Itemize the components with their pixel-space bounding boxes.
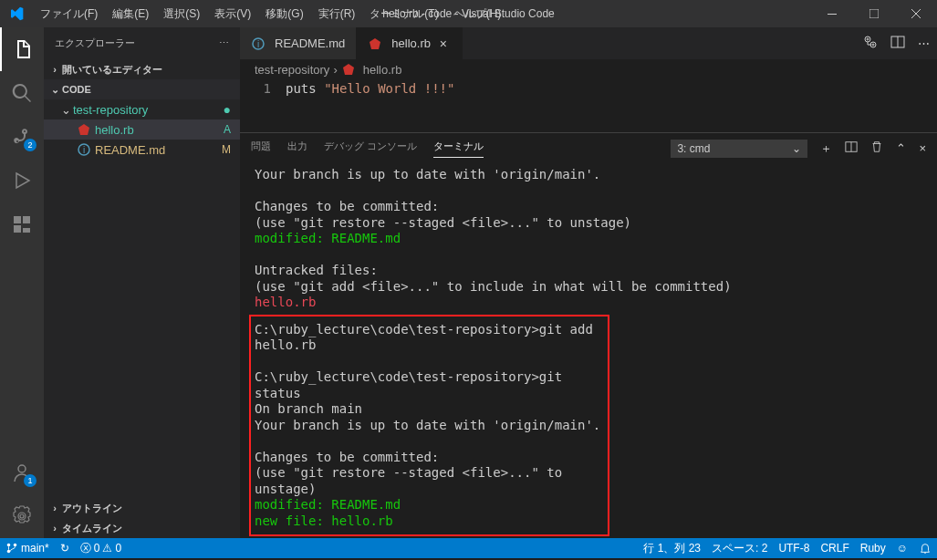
outline-label: アウトライン — [62, 502, 122, 515]
activity-settings[interactable] — [0, 494, 44, 538]
status-feedback-icon[interactable]: ☺ — [891, 538, 913, 558]
term-line: hello.rb — [255, 295, 922, 311]
breadcrumbs[interactable]: test-repository › hello.rb — [240, 59, 937, 79]
window-title: hello.rb - code - Visual Studio Code — [382, 7, 555, 20]
maximize-button[interactable] — [853, 0, 895, 27]
split-editor-icon[interactable] — [890, 35, 905, 52]
activity-debug[interactable] — [0, 159, 44, 202]
term-line: Changes to be committed: — [255, 450, 604, 466]
git-dot-icon: ● — [224, 102, 231, 117]
svg-text:i: i — [257, 39, 259, 49]
menu-run[interactable]: 実行(R) — [311, 0, 363, 27]
tab-readme[interactable]: i README.md — [240, 27, 357, 59]
panel-tabs: 問題 出力 デバッグ コンソール ターミナル 3: cmd⌄ ＋ ⌃ × — [240, 133, 937, 163]
section-open-editors[interactable]: ›開いているエディター — [44, 59, 240, 79]
section-folder[interactable]: ⌄CODE — [44, 79, 240, 99]
titlebar: ファイル(F) 編集(E) 選択(S) 表示(V) 移動(G) 実行(R) ター… — [0, 0, 937, 27]
breadcrumb-file[interactable]: hello.rb — [363, 63, 402, 77]
chevron-right-icon: › — [333, 63, 337, 77]
svg-rect-1 — [869, 9, 879, 18]
status-spaces[interactable]: スペース: 2 — [706, 538, 773, 558]
close-panel-icon[interactable]: × — [919, 141, 926, 155]
svg-point-17 — [7, 550, 11, 554]
activity-scm[interactable]: 2 — [0, 115, 44, 159]
line-number: 1 — [240, 81, 286, 132]
tab-hello[interactable]: hello.rb × — [357, 27, 463, 59]
close-button[interactable] — [895, 0, 937, 27]
sidebar-header: エクスプローラー ⋯ — [44, 27, 240, 59]
chevron-right-icon: › — [47, 64, 62, 75]
term-line: Your branch is up to date with 'origin/m… — [255, 167, 922, 183]
editor-content[interactable]: 1 puts "Hello World !!!" — [240, 79, 937, 132]
activity-search[interactable] — [0, 71, 44, 115]
sidebar-more-icon[interactable]: ⋯ — [219, 37, 229, 49]
term-line: modified: README.md — [255, 231, 922, 247]
tree-file-readme[interactable]: iREADME.md M — [44, 140, 240, 160]
term-line: C:\ruby_lecture\code\test-repository>git… — [255, 369, 604, 401]
new-terminal-icon[interactable]: ＋ — [820, 140, 832, 157]
terminal-output[interactable]: Your branch is up to date with 'origin/m… — [240, 163, 937, 538]
term-line: Your branch is up to date with 'origin/m… — [255, 418, 604, 434]
status-eol[interactable]: CRLF — [815, 538, 854, 558]
term-line: On branch main — [255, 401, 604, 418]
tree-file-hello[interactable]: hello.rb A — [44, 119, 240, 140]
activity-extensions[interactable] — [0, 202, 44, 246]
sidebar: エクスプローラー ⋯ ›開いているエディター ⌄CODE ⌄test-repos… — [44, 27, 240, 538]
warning-count: 0 — [115, 542, 121, 555]
section-timeline[interactable]: ›タイムライン — [44, 518, 240, 538]
menu-file[interactable]: ファイル(F) — [33, 0, 105, 27]
status-problems[interactable]: ⓧ0⚠0 — [75, 538, 127, 558]
term-line: (use "git restore --staged <file>..." to… — [255, 465, 604, 497]
code-string: "Hello World !!!" — [324, 81, 454, 96]
panel-tab-terminal[interactable]: ターミナル — [433, 140, 484, 158]
timeline-label: タイムライン — [62, 522, 122, 535]
terminal-selector[interactable]: 3: cmd⌄ — [671, 140, 807, 158]
breadcrumb-repo[interactable]: test-repository — [255, 63, 329, 77]
status-encoding[interactable]: UTF-8 — [773, 538, 815, 558]
info-file-icon: i — [77, 142, 91, 157]
status-lang[interactable]: Ruby — [855, 538, 891, 558]
svg-text:i: i — [83, 145, 85, 155]
section-outline[interactable]: ›アウトライン — [44, 498, 240, 518]
svg-point-16 — [7, 544, 11, 547]
folder-label: CODE — [62, 84, 91, 95]
menu-selection[interactable]: 選択(S) — [156, 0, 207, 27]
term-line: Changes to be committed: — [255, 199, 922, 215]
term-line: modified: README.md — [255, 497, 604, 513]
activity-account[interactable]: 1 — [0, 451, 44, 494]
close-icon[interactable]: × — [436, 36, 451, 51]
tab-label: README.md — [275, 36, 345, 50]
scm-badge: 2 — [24, 139, 36, 151]
file-name: README.md — [95, 143, 165, 157]
error-icon: ⓧ — [80, 541, 91, 556]
statusbar: main* ↻ ⓧ0⚠0 行 1、列 23 スペース: 2 UTF-8 CRLF… — [0, 538, 937, 558]
menu-view[interactable]: 表示(V) — [207, 0, 258, 27]
window-controls — [811, 0, 937, 27]
trash-icon[interactable] — [870, 140, 883, 156]
status-sync[interactable]: ↻ — [55, 538, 75, 558]
panel-tab-output[interactable]: 出力 — [287, 140, 307, 158]
term-line: C:\ruby_lecture\code\test-repository>git… — [255, 322, 604, 354]
more-icon[interactable]: ⋯ — [918, 36, 930, 50]
chevron-up-icon[interactable]: ⌃ — [896, 141, 906, 155]
bottom-panel: 問題 出力 デバッグ コンソール ターミナル 3: cmd⌄ ＋ ⌃ × You… — [240, 132, 937, 538]
info-file-icon: i — [251, 36, 265, 51]
activity-explorer[interactable] — [0, 27, 44, 71]
split-terminal-icon[interactable] — [845, 140, 858, 156]
tree-folder[interactable]: ⌄test-repository ● — [44, 99, 240, 119]
status-branch[interactable]: main* — [0, 538, 55, 558]
menu-go[interactable]: 移動(G) — [258, 0, 310, 27]
compare-icon[interactable] — [863, 35, 878, 52]
panel-tab-problems[interactable]: 問題 — [251, 140, 271, 158]
minimize-button[interactable] — [811, 0, 853, 27]
status-bell-icon[interactable] — [913, 538, 937, 558]
panel-tab-debug[interactable]: デバッグ コンソール — [324, 140, 417, 158]
chevron-down-icon: ⌄ — [58, 103, 73, 117]
menu-edit[interactable]: 編集(E) — [105, 0, 156, 27]
tabs-actions: ⋯ — [863, 27, 937, 59]
highlight-box: C:\ruby_lecture\code\test-repository>git… — [249, 315, 609, 537]
ruby-file-icon — [341, 62, 356, 77]
term-line: new file: hello.rb — [255, 513, 604, 530]
status-lncol[interactable]: 行 1、列 23 — [638, 538, 706, 558]
code-line[interactable]: puts "Hello World !!!" — [286, 81, 454, 132]
